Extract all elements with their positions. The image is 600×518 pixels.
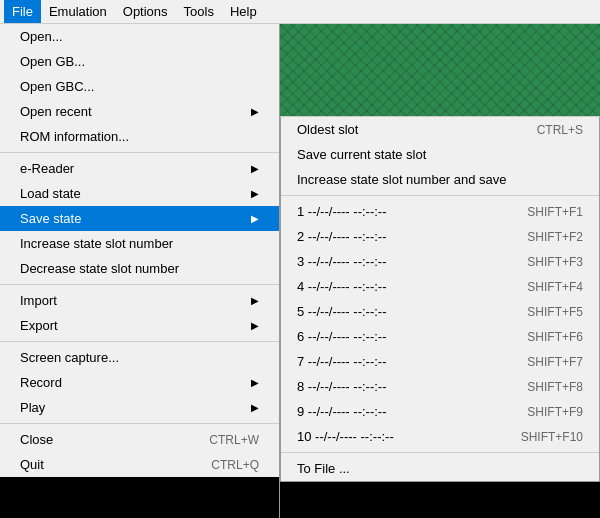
submenu-item-slot-8[interactable]: 8 --/--/---- --:--:-- SHIFT+F8 <box>281 374 599 399</box>
submenu-item-slot-7[interactable]: 7 --/--/---- --:--:-- SHIFT+F7 <box>281 349 599 374</box>
menu-item-record[interactable]: Record ▶ <box>0 370 279 395</box>
menu-item-decrease-slot[interactable]: Decrease state slot number <box>0 256 279 281</box>
submenu-item-slot-9[interactable]: 9 --/--/---- --:--:-- SHIFT+F9 <box>281 399 599 424</box>
menubar-item-tools[interactable]: Tools <box>176 0 222 23</box>
arrow-icon: ▶ <box>251 188 259 199</box>
arrow-icon: ▶ <box>251 402 259 413</box>
menu-item-screen-capture[interactable]: Screen capture... <box>0 345 279 370</box>
menubar-item-help[interactable]: Help <box>222 0 265 23</box>
arrow-icon: ▶ <box>251 213 259 224</box>
submenu-item-slot-2[interactable]: 2 --/--/---- --:--:-- SHIFT+F2 <box>281 224 599 249</box>
arrow-icon: ▶ <box>251 377 259 388</box>
menu-item-ereader[interactable]: e-Reader ▶ <box>0 156 279 181</box>
right-panel: Oldest slot CTRL+S Save current state sl… <box>280 24 600 518</box>
menubar-item-file[interactable]: File <box>4 0 41 23</box>
menubar: File Emulation Options Tools Help <box>0 0 600 24</box>
submenu-item-slot-10[interactable]: 10 --/--/---- --:--:-- SHIFT+F10 <box>281 424 599 449</box>
menu-item-open-gbc[interactable]: Open GBC... <box>0 74 279 99</box>
game-preview <box>280 24 600 117</box>
menu-item-load-state[interactable]: Load state ▶ <box>0 181 279 206</box>
black-area-right <box>280 482 600 518</box>
submenu-item-save-current[interactable]: Save current state slot <box>281 142 599 167</box>
menu-item-save-state[interactable]: Save state ▶ <box>0 206 279 231</box>
separator-2 <box>0 284 279 285</box>
arrow-icon: ▶ <box>251 106 259 117</box>
separator-1 <box>0 152 279 153</box>
menu-item-play[interactable]: Play ▶ <box>0 395 279 420</box>
menu-item-quit[interactable]: Quit CTRL+Q <box>0 452 279 477</box>
arrow-icon: ▶ <box>251 295 259 306</box>
submenu-separator-1 <box>281 195 599 196</box>
submenu-item-slot-5[interactable]: 5 --/--/---- --:--:-- SHIFT+F5 <box>281 299 599 324</box>
menubar-item-emulation[interactable]: Emulation <box>41 0 115 23</box>
arrow-icon: ▶ <box>251 320 259 331</box>
menu-item-export[interactable]: Export ▶ <box>0 313 279 338</box>
main-content: Open... Open GB... Open GBC... Open rece… <box>0 24 600 518</box>
submenu-item-slot-4[interactable]: 4 --/--/---- --:--:-- SHIFT+F4 <box>281 274 599 299</box>
submenu-item-slot-1[interactable]: 1 --/--/---- --:--:-- SHIFT+F1 <box>281 199 599 224</box>
separator-4 <box>0 423 279 424</box>
submenu-item-to-file[interactable]: To File ... <box>281 456 599 481</box>
menubar-item-options[interactable]: Options <box>115 0 176 23</box>
file-menu: Open... Open GB... Open GBC... Open rece… <box>0 24 280 518</box>
save-state-submenu: Oldest slot CTRL+S Save current state sl… <box>280 117 600 482</box>
submenu-item-slot-3[interactable]: 3 --/--/---- --:--:-- SHIFT+F3 <box>281 249 599 274</box>
separator-3 <box>0 341 279 342</box>
submenu-item-increase-and-save[interactable]: Increase state slot number and save <box>281 167 599 192</box>
menu-item-increase-slot[interactable]: Increase state slot number <box>0 231 279 256</box>
menu-item-import[interactable]: Import ▶ <box>0 288 279 313</box>
menu-item-close[interactable]: Close CTRL+W <box>0 427 279 452</box>
arrow-icon: ▶ <box>251 163 259 174</box>
menu-item-open-gb[interactable]: Open GB... <box>0 49 279 74</box>
submenu-item-slot-6[interactable]: 6 --/--/---- --:--:-- SHIFT+F6 <box>281 324 599 349</box>
menu-item-open[interactable]: Open... <box>0 24 279 49</box>
menu-item-open-recent[interactable]: Open recent ▶ <box>0 99 279 124</box>
submenu-item-oldest-slot[interactable]: Oldest slot CTRL+S <box>281 117 599 142</box>
black-area-left <box>0 477 279 518</box>
submenu-separator-2 <box>281 452 599 453</box>
menu-item-rom-info[interactable]: ROM information... <box>0 124 279 149</box>
